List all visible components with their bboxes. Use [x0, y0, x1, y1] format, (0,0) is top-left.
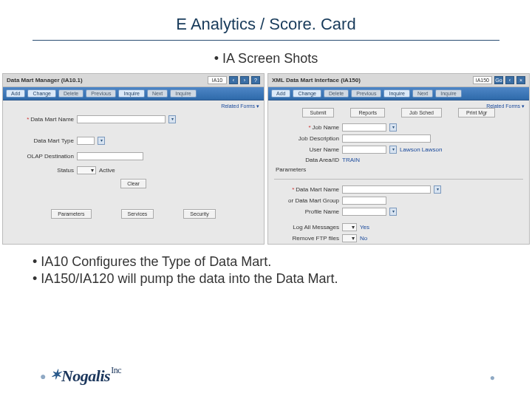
label-data-mart-type: Data Mart Type [9, 137, 74, 144]
id-field[interactable]: IA150 [473, 76, 492, 84]
input-profile[interactable] [342, 208, 386, 216]
tb-inquire2-button[interactable]: Inquire [170, 89, 196, 98]
input-data-mart-name[interactable] [77, 115, 166, 123]
tb-delete-button[interactable]: Delete [324, 89, 349, 98]
label-data-area: Data Area/ID [274, 157, 339, 163]
input-or-group[interactable] [342, 197, 386, 205]
window-title: Data Mart Manager (IA10.1) [7, 77, 83, 83]
input-olap-destination[interactable] [77, 152, 143, 160]
label-log-all: Log All Messages [274, 224, 339, 231]
lookup-icon[interactable]: ▾ [389, 208, 397, 216]
slide-title: E Analytics / Score. Card [33, 15, 499, 41]
remove-value: No [360, 235, 367, 242]
nav-next-icon[interactable]: › [240, 76, 249, 84]
form-left: Related Forms ▾ Data Mart Name ▾ Data Ma… [3, 100, 264, 244]
lookup-icon[interactable]: ▾ [434, 185, 441, 194]
tb-inquire-button[interactable]: Inquire [118, 89, 144, 98]
input-data-mart-type[interactable] [77, 137, 95, 145]
help-icon[interactable]: ? [251, 76, 260, 84]
data-area-value: TRAIN [342, 157, 360, 163]
tb-inquire2-button[interactable]: Inquire [435, 89, 461, 98]
lookup-icon[interactable]: ▾ [389, 146, 397, 154]
app-right: XML Data Mart Interface (IA150) IA150 Go… [268, 74, 529, 244]
label-or-group: or Data Mart Group [274, 197, 339, 204]
toolbar-left: Add Change Delete Previous Inquire Next … [3, 87, 264, 100]
lookup-icon[interactable]: ▾ [168, 115, 176, 123]
tb-previous-button[interactable]: Previous [351, 89, 381, 98]
label-job-desc: Job Description [274, 135, 339, 142]
tb-next-button[interactable]: Next [147, 89, 168, 98]
label-data-mart-name: Data Mart Name [9, 116, 74, 123]
app-left: Data Mart Manager (IA10.1) IA10 ‹ › ? Ad… [3, 74, 264, 244]
security-button[interactable]: Security [183, 209, 215, 219]
select-remove[interactable]: ▾ [342, 234, 357, 242]
input-data-mart-name[interactable] [342, 185, 431, 194]
titlebar-right: XML Data Mart Interface (IA150) IA150 Go… [268, 74, 529, 87]
label-job-name: Job Name [274, 124, 339, 131]
nav-prev-icon[interactable]: ‹ [229, 76, 238, 84]
footer-logo: ● ✶NogalisInc [40, 366, 120, 386]
tb-delete-button[interactable]: Delete [58, 89, 83, 98]
tb-add-button[interactable]: Add [6, 89, 25, 98]
input-job-name[interactable] [342, 123, 386, 132]
clear-button[interactable]: Clear [120, 179, 146, 188]
bullet-list: IA10 Configures the Type of Data Mart. I… [33, 254, 499, 287]
label-profile: Profile Name [274, 208, 339, 215]
input-user-name[interactable] [342, 146, 386, 154]
label-data-mart-name: Data Mart Name [274, 186, 339, 193]
label-olap-destination: OLAP Destination [9, 153, 74, 160]
select-status[interactable]: ▾ [77, 166, 96, 174]
tb-next-button[interactable]: Next [412, 89, 433, 98]
input-job-desc[interactable] [342, 134, 431, 143]
tb-add-button[interactable]: Add [271, 89, 290, 98]
related-forms-link[interactable]: Related Forms ▾ [221, 103, 259, 109]
section-label: Parameters [276, 166, 523, 173]
close-icon[interactable]: × [516, 76, 525, 84]
form-right: Related Forms ▾ Submit Reports Job Sched… [268, 100, 529, 244]
lookup-icon[interactable]: ▾ [389, 123, 397, 132]
user-display: Lawson Lawson [400, 146, 442, 153]
bullet-2: IA150/IA120 will pump the data into the … [33, 271, 499, 287]
label-remove: Remove FTP files [274, 235, 339, 242]
chevron-down-icon[interactable]: ▾ [98, 137, 105, 145]
status-value: Active [99, 167, 115, 174]
back-icon[interactable]: ‹ [505, 76, 514, 84]
footer-bullet-icon: ● [40, 370, 46, 382]
tb-change-button[interactable]: Change [293, 89, 321, 98]
bullet-1: IA10 Configures the Type of Data Mart. [33, 254, 499, 270]
go-icon[interactable]: Go [494, 76, 503, 84]
services-button[interactable]: Services [121, 209, 154, 219]
tab-submit[interactable]: Submit [302, 108, 335, 117]
tab-reports[interactable]: Reports [350, 108, 385, 117]
tab-job-sched[interactable]: Job Sched [401, 108, 442, 117]
slide-subheading: IA Screen Shots [33, 51, 499, 66]
toolbar-right: Add Change Delete Previous Inquire Next … [268, 87, 529, 100]
footer-bullet-right-icon: ● [490, 372, 495, 383]
nogalis-logo: ✶NogalisInc [50, 366, 120, 386]
parameters-button[interactable]: Parameters [51, 209, 91, 219]
related-forms-link[interactable]: Related Forms ▾ [486, 103, 525, 109]
screenshot-row: Data Mart Manager (IA10.1) IA10 ‹ › ? Ad… [3, 74, 529, 244]
titlebar-left: Data Mart Manager (IA10.1) IA10 ‹ › ? [3, 74, 264, 87]
tb-change-button[interactable]: Change [27, 89, 56, 98]
label-status: Status [9, 167, 74, 174]
log-all-value: Yes [360, 224, 369, 231]
id-field[interactable]: IA10 [208, 76, 227, 84]
select-log-all[interactable]: ▾ [342, 223, 357, 231]
window-title: XML Data Mart Interface (IA150) [272, 77, 361, 83]
label-user-name: User Name [274, 146, 339, 153]
tb-inquire-button[interactable]: Inquire [383, 89, 409, 98]
tb-previous-button[interactable]: Previous [86, 89, 116, 98]
